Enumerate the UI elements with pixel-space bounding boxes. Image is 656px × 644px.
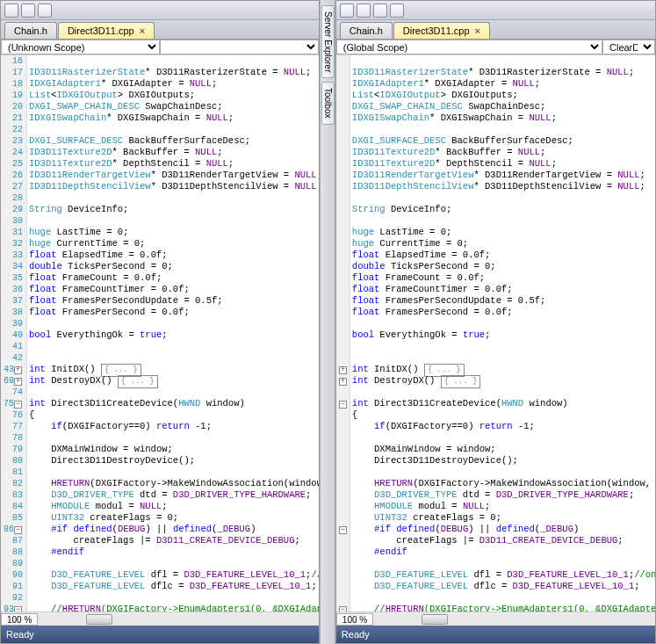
server-explorer-tab[interactable]: Server Explorer	[321, 5, 335, 78]
status-bar-right: Ready	[336, 626, 655, 643]
scope-select[interactable]: (Global Scope)	[336, 40, 602, 54]
tab-bar-left: Chain.h Direct3D11.cpp×	[1, 20, 319, 40]
toolbar-button[interactable]	[21, 4, 35, 18]
member-select[interactable]: ClearD3D	[602, 40, 655, 54]
scroll-thumb[interactable]	[86, 614, 112, 625]
status-text: Ready	[6, 629, 34, 640]
code-area[interactable]: ID3D11RasterizerState* D3D11RasterizerSt…	[350, 55, 655, 611]
status-text: Ready	[342, 629, 370, 640]
tab-bar-right: Chain.h Direct3D11.cpp×	[336, 20, 655, 40]
toolbar-button[interactable]	[390, 4, 404, 18]
scope-bar-right: (Global Scope) ClearD3D	[336, 40, 655, 55]
left-pane: Chain.h Direct3D11.cpp× (Unknown Scope) …	[0, 0, 320, 644]
code-area[interactable]: ID3D11RasterizerState* D3D11RasterizerSt…	[27, 55, 319, 611]
tab-label: Direct3D11.cpp	[68, 25, 134, 36]
status-bar-left: Ready	[1, 626, 319, 643]
tab-label: Chain.h	[14, 25, 47, 36]
side-tool-tabs: Server Explorer Toolbox	[320, 0, 335, 644]
horizontal-scrollbar[interactable]: 100 %	[1, 611, 319, 626]
toolbar-button[interactable]	[4, 4, 18, 18]
member-select[interactable]	[160, 40, 319, 54]
code-editor-right[interactable]: ++−−− ID3D11RasterizerState* D3D11Raster…	[336, 55, 655, 611]
line-number-gutter: 1617181920212223242526272829303132333435…	[1, 55, 27, 611]
toolbar-button[interactable]	[340, 4, 354, 18]
scope-select[interactable]: (Unknown Scope)	[1, 40, 160, 54]
toolbox-tab[interactable]: Toolbox	[321, 82, 335, 124]
code-editor-left[interactable]: 1617181920212223242526272829303132333435…	[1, 55, 319, 611]
close-icon[interactable]: ×	[140, 25, 145, 36]
zoom-level[interactable]: 100 %	[336, 613, 373, 626]
tab-direct3d11-cpp[interactable]: Direct3D11.cpp×	[393, 22, 490, 39]
toolbar-button[interactable]	[373, 4, 387, 18]
tab-label: Direct3D11.cpp	[403, 25, 470, 36]
fold-gutter: ++−−−	[336, 55, 350, 611]
scope-bar-left: (Unknown Scope)	[1, 40, 319, 55]
zoom-level[interactable]: 100 %	[1, 613, 38, 626]
right-pane: Chain.h Direct3D11.cpp× (Global Scope) C…	[335, 0, 656, 644]
scroll-thumb[interactable]	[422, 614, 448, 625]
toolbar-button[interactable]	[357, 4, 371, 18]
tab-chain-h[interactable]: Chain.h	[340, 22, 393, 39]
horizontal-scrollbar[interactable]: 100 %	[336, 611, 655, 626]
close-icon[interactable]: ×	[475, 25, 480, 36]
tab-label: Chain.h	[350, 25, 383, 36]
toolbar-left	[1, 1, 319, 20]
toolbar-button[interactable]	[38, 4, 52, 18]
tab-chain-h[interactable]: Chain.h	[4, 22, 57, 39]
toolbar-right	[336, 1, 655, 20]
tab-direct3d11-cpp[interactable]: Direct3D11.cpp×	[58, 22, 155, 39]
